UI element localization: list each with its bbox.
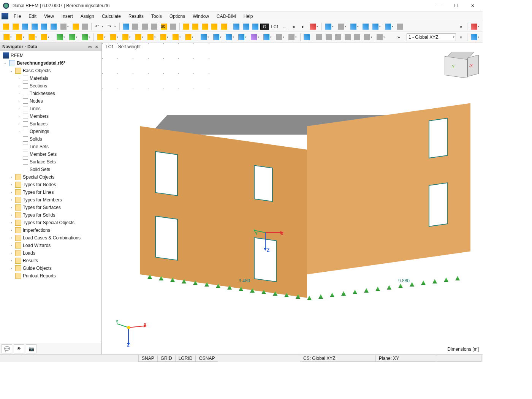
- tree-item-lines[interactable]: › Lines: [0, 105, 101, 112]
- display3-button[interactable]: [348, 22, 361, 31]
- tree-folder-printout-reports[interactable]: Printout Reports: [0, 272, 101, 280]
- menu-cadbim[interactable]: CAD-BIM: [213, 12, 240, 21]
- snap1-button[interactable]: [232, 22, 241, 31]
- chevron-right-icon[interactable]: ›: [9, 244, 14, 247]
- chevron-right-icon[interactable]: ›: [9, 228, 14, 232]
- tree-file[interactable]: ⌄ Berechnungsdatei.rf6*: [0, 59, 101, 67]
- refresh-button[interactable]: [21, 22, 30, 31]
- line-new-button[interactable]: [14, 33, 26, 42]
- tree-folder-loads[interactable]: › Loads: [0, 249, 101, 257]
- support-symbol[interactable]: [353, 290, 357, 294]
- support-symbol[interactable]: [364, 288, 369, 293]
- menu-tools[interactable]: Tools: [147, 12, 166, 21]
- front-wall[interactable]: [140, 126, 307, 298]
- display6-button[interactable]: [383, 22, 395, 31]
- menu-assign[interactable]: Assign: [77, 12, 98, 21]
- tree-folder-load-wizards[interactable]: › Load Wizards: [0, 242, 101, 249]
- cloud-button[interactable]: [30, 22, 39, 31]
- chevron-right-icon[interactable]: ›: [17, 114, 21, 118]
- display2-button[interactable]: [336, 22, 348, 31]
- chevron-right-icon[interactable]: ›: [9, 236, 14, 240]
- support-symbol[interactable]: [432, 279, 437, 283]
- ed1-button[interactable]: [199, 33, 211, 42]
- lc-prev-button[interactable]: ◂: [289, 22, 298, 31]
- ed8-button[interactable]: [287, 33, 299, 42]
- tree-item-thicknesses[interactable]: › Thicknesses: [0, 90, 101, 97]
- tree-item-nodes[interactable]: › Nodes: [0, 97, 101, 105]
- app-menu-icon[interactable]: [2, 13, 8, 19]
- display1-button[interactable]: [323, 22, 336, 31]
- cube-front[interactable]: [445, 56, 467, 78]
- tree-folder-guide-objects[interactable]: › Guide Objects: [0, 264, 101, 272]
- table2-button[interactable]: [131, 22, 140, 31]
- support-symbol[interactable]: [387, 285, 391, 290]
- menu-results[interactable]: Results: [125, 12, 147, 21]
- ed7-button[interactable]: [274, 33, 286, 42]
- more3-button[interactable]: »: [456, 33, 466, 42]
- status-osnap[interactable]: OSNAP: [195, 355, 218, 362]
- navigator-tree[interactable]: RFEM ⌄ Berechnungsdatei.rf6* ⌄ Basic Obj…: [0, 51, 101, 343]
- loadcase-category-pill[interactable]: G: [260, 24, 269, 30]
- chevron-right-icon[interactable]: ›: [9, 183, 14, 187]
- minimize-button[interactable]: —: [434, 2, 445, 10]
- more2-button[interactable]: »: [394, 33, 403, 42]
- close-panel-icon[interactable]: ✕: [94, 44, 99, 49]
- select-button[interactable]: [181, 22, 190, 31]
- tree-item-solid-sets[interactable]: Solid Sets: [0, 166, 101, 173]
- display4-button[interactable]: [361, 22, 370, 31]
- console-button[interactable]: [150, 22, 159, 31]
- chevron-right-icon[interactable]: ›: [17, 84, 21, 88]
- tree-folder-types-for-lines[interactable]: › Types for Lines: [0, 188, 101, 196]
- redo-button[interactable]: ↷: [106, 22, 118, 31]
- navigator-header[interactable]: Navigator - Data ▭ ✕: [0, 43, 101, 51]
- tree-item-surface-sets[interactable]: Surface Sets: [0, 158, 101, 166]
- status-snap[interactable]: SNAP: [138, 355, 158, 362]
- tree-item-line-sets[interactable]: Line Sets: [0, 143, 101, 150]
- chevron-right-icon[interactable]: ›: [17, 92, 21, 95]
- nav-tab-data[interactable]: 💬: [2, 344, 12, 353]
- close-button[interactable]: ✕: [467, 2, 478, 10]
- ld1-button[interactable]: [95, 33, 108, 42]
- chevron-right-icon[interactable]: ›: [17, 122, 21, 126]
- script-button[interactable]: sc: [159, 22, 168, 31]
- menu-file[interactable]: File: [10, 12, 25, 21]
- 3d-viewport[interactable]: LC1 - Self-weight 9.480 9.880: [102, 43, 483, 354]
- v2-button[interactable]: [324, 33, 333, 42]
- ed2-button[interactable]: [211, 33, 223, 42]
- filter-button[interactable]: [302, 33, 311, 42]
- tree-item-surfaces[interactable]: › Surfaces: [0, 120, 101, 128]
- nav-tab-display[interactable]: 👁: [14, 344, 24, 353]
- lc-delete-button[interactable]: [308, 22, 320, 31]
- navigation-cube[interactable]: -Y -X: [441, 50, 475, 81]
- chevron-right-icon[interactable]: ›: [9, 251, 14, 255]
- v1-button[interactable]: [315, 33, 324, 42]
- dock-icon[interactable]: ▭: [87, 44, 92, 49]
- menu-edit[interactable]: Edit: [25, 12, 40, 21]
- tree-folder-imperfections[interactable]: › Imperfections: [0, 226, 101, 234]
- loadcase-dots[interactable]: ...: [281, 24, 288, 29]
- display7-button[interactable]: [396, 22, 405, 31]
- select3-button[interactable]: [200, 22, 209, 31]
- ed3-button[interactable]: [224, 33, 236, 42]
- ld4-button[interactable]: [133, 33, 145, 42]
- print-button[interactable]: [59, 22, 71, 31]
- window-opening[interactable]: [155, 216, 178, 261]
- lc-next-button[interactable]: ▸: [298, 22, 307, 31]
- ed5-button[interactable]: [249, 33, 261, 42]
- coordinate-system-combo[interactable]: 1 - Global XYZ: [407, 33, 456, 41]
- tree-root[interactable]: RFEM: [0, 52, 101, 59]
- member-new-button[interactable]: [27, 33, 39, 42]
- table3-button[interactable]: [140, 22, 149, 31]
- clear-button[interactable]: [469, 22, 481, 31]
- tree-basic[interactable]: ⌄ Basic Objects: [0, 67, 101, 74]
- ld6-button[interactable]: [158, 33, 170, 42]
- select5-button[interactable]: [219, 22, 228, 31]
- window-opening[interactable]: [429, 118, 448, 158]
- tree-folder-types-for-nodes[interactable]: › Types for Nodes: [0, 181, 101, 188]
- new-button[interactable]: [2, 22, 11, 31]
- support-symbol[interactable]: [410, 282, 414, 287]
- menu-view[interactable]: View: [40, 12, 58, 21]
- window-opening[interactable]: [155, 151, 178, 196]
- support-symbol[interactable]: [375, 287, 380, 291]
- chevron-right-icon[interactable]: ›: [9, 259, 14, 263]
